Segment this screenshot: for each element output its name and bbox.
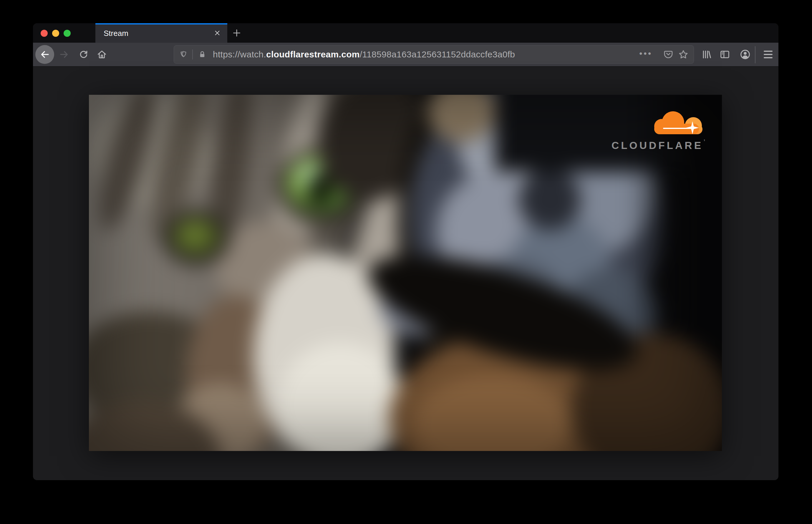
home-icon xyxy=(97,49,107,60)
tab-close-icon[interactable] xyxy=(212,28,223,38)
home-button[interactable] xyxy=(95,48,108,61)
account-button[interactable] xyxy=(739,48,752,61)
trademark-tick: ’ xyxy=(704,139,707,144)
page-content: CLOUDFLARE’ xyxy=(33,67,778,480)
address-bar-divider xyxy=(192,49,193,60)
plus-icon xyxy=(232,28,241,38)
forward-arrow-icon xyxy=(59,49,69,60)
library-icon xyxy=(701,49,712,60)
back-arrow-icon xyxy=(39,49,50,60)
url-text: https://watch.cloudflarestream.com/11859… xyxy=(213,49,515,60)
secure-lock-icon[interactable] xyxy=(198,50,206,59)
cloudflare-cloud-icon xyxy=(654,111,704,135)
sidebar-toggle-button[interactable] xyxy=(718,48,731,61)
sidebar-icon xyxy=(719,49,730,60)
toolbar-separator xyxy=(755,46,756,63)
reload-icon xyxy=(78,49,89,60)
navigation-toolbar: https://watch.cloudflarestream.com/11859… xyxy=(33,43,778,67)
tab-bar: Stream xyxy=(33,23,778,43)
tab-stream[interactable]: Stream xyxy=(95,23,227,43)
cloudflare-watermark: CLOUDFLARE’ xyxy=(610,111,707,162)
close-window-button[interactable] xyxy=(40,30,48,37)
url-path: /118598a163a125631152ddaccfe3a0fb xyxy=(360,49,515,59)
pocket-icon[interactable] xyxy=(663,49,673,60)
address-bar[interactable]: https://watch.cloudflarestream.com/11859… xyxy=(174,45,694,64)
page-actions-icon[interactable]: ••• xyxy=(639,49,652,60)
video-player[interactable]: CLOUDFLARE’ xyxy=(89,95,722,451)
library-button[interactable] xyxy=(700,48,713,61)
url-scheme: https://watch. xyxy=(213,49,266,59)
zoom-window-button[interactable] xyxy=(64,30,71,37)
bookmark-star-icon[interactable] xyxy=(678,49,689,60)
url-domain: cloudflarestream.com xyxy=(266,49,360,59)
minimize-window-button[interactable] xyxy=(52,30,59,37)
back-button[interactable] xyxy=(35,45,54,64)
tab-title: Stream xyxy=(104,23,128,43)
cloudflare-wordmark: CLOUDFLARE’ xyxy=(610,140,707,151)
reload-button[interactable] xyxy=(77,48,90,61)
traffic-lights xyxy=(40,30,71,37)
app-menu-button[interactable] xyxy=(762,48,775,61)
new-tab-button[interactable] xyxy=(231,27,243,39)
tracking-protection-shield-icon[interactable] xyxy=(179,50,188,59)
browser-window: Stream xyxy=(33,23,778,480)
account-person-icon xyxy=(739,49,751,60)
hamburger-icon xyxy=(764,51,773,58)
forward-button[interactable] xyxy=(58,48,71,61)
